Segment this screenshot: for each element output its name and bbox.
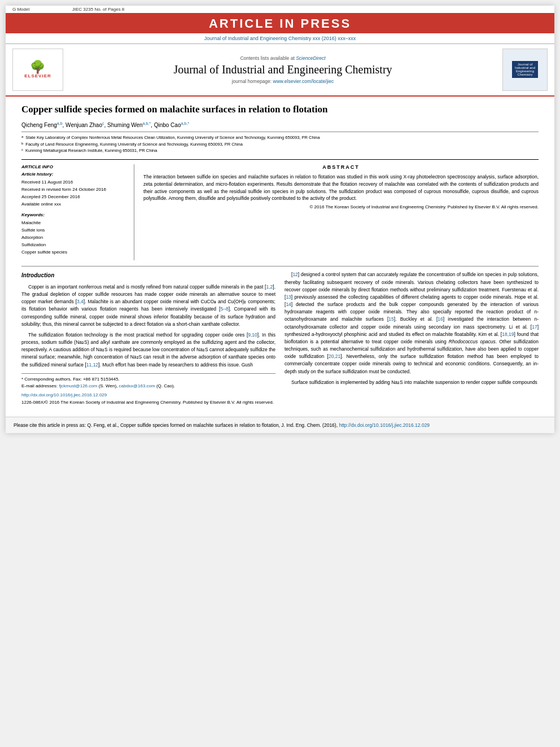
author4-sup: a,b,* <box>181 121 189 125</box>
journal-reference-line: Journal of Industrial and Engineering Ch… <box>6 33 554 44</box>
keyword-3: Adsorption <box>21 234 127 242</box>
author4-name: , Qinbo Cao <box>151 122 181 128</box>
intro-heading: Introduction <box>21 271 275 280</box>
article-history-label: Article history: <box>21 172 127 177</box>
journal-header: 🌳 ELSEVIER Contents lists available at S… <box>6 44 554 97</box>
article-in-press-banner: ARTICLE IN PRESS <box>6 13 554 33</box>
author3-name: , Shuming Wen <box>104 122 142 128</box>
email2[interactable]: cabdxx@163.com <box>119 383 155 388</box>
iec-no-text: JIEC 3235 No. of Pages 8 <box>72 7 125 12</box>
abstract-col: ABSTRACT The interaction between sulfide… <box>143 164 539 260</box>
ref-1: 1,2 <box>266 284 273 290</box>
elsevier-text: ELSEVIER <box>24 73 51 78</box>
received-date: Received 11 August 2016 <box>21 179 127 186</box>
and-text: and <box>206 181 214 187</box>
article-info-col: ARTICLE INFO Article history: Received 1… <box>21 164 134 260</box>
keywords-label: Keywords: <box>21 212 127 217</box>
footnote-area: * Corresponding authors. Fax: +86 871 51… <box>21 373 275 390</box>
affil-c: c Kunming Metallurgical Research Institu… <box>21 147 539 154</box>
email-line: E-mail addresses: fjckmust@126.com (S. W… <box>21 383 275 390</box>
page: G Model JIEC 3235 No. of Pages 8 ARTICLE… <box>6 6 554 433</box>
ref-18: 18,19 <box>502 331 514 337</box>
gmodel-text: G Model <box>12 7 29 12</box>
tree-icon: 🌳 <box>30 61 45 73</box>
corresponding-note: * Corresponding authors. Fax: +86 871 51… <box>21 376 275 383</box>
ref-12: 12 <box>292 272 298 277</box>
journal-title: Journal of Industrial and Engineering Ch… <box>69 63 497 76</box>
authors-line: Qicheng Fenga,b, Wenjuan Zhaoc, Shuming … <box>21 121 539 128</box>
author3-sup: a,b,* <box>143 121 151 125</box>
article-history-content: Received 11 August 2016 Received in revi… <box>21 179 127 208</box>
email1[interactable]: fjckmust@126.com <box>59 383 97 388</box>
keyword-5: Copper sulfide species <box>21 249 127 256</box>
keyword-2: Sulfide ions <box>21 227 127 234</box>
article-content: Copper sulfide species formed on malachi… <box>6 97 554 413</box>
author1-sup: a,b <box>57 121 63 125</box>
abstract-title: ABSTRACT <box>143 164 539 170</box>
copyright-line: © 2016 The Korean Society of Industrial … <box>143 204 539 209</box>
available-date: Available online xxx <box>21 201 127 208</box>
citation-doi[interactable]: http://dx.doi.org/10.1016/j.jiec.2016.12… <box>339 422 430 428</box>
article-info-abstract: ARTICLE INFO Article history: Received 1… <box>21 159 539 260</box>
ref-17: 17 <box>532 324 537 330</box>
body-para-1: Copper is an important nonferrous metal … <box>21 283 275 328</box>
affiliations: a State Key Laboratory of Complex Nonfer… <box>21 132 539 154</box>
article-info-title: ARTICLE INFO <box>21 164 127 169</box>
body-col-right: [12] designed a control system that can … <box>285 271 539 406</box>
elsevier-logo-box: 🌳 ELSEVIER <box>12 49 63 91</box>
elsevier-logo-left: 🌳 ELSEVIER <box>12 49 63 91</box>
ref-15: 15 <box>388 316 393 322</box>
email1-name: (S. Wen), <box>99 383 118 388</box>
ref-20: 20,21 <box>329 353 340 359</box>
gmodel-line: G Model JIEC 3235 No. of Pages 8 <box>6 6 554 13</box>
issn-line: 1226-086X/© 2016 The Korean Society of I… <box>21 399 275 406</box>
sciencedirect-link[interactable]: ScienceDirect <box>296 55 325 61</box>
homepage-link[interactable]: www.elsevier.com/locate/jiec <box>273 78 334 84</box>
keywords-section: Keywords: Malachite Sulfide ions Adsorpt… <box>21 212 127 256</box>
elsevier-branding: 🌳 ELSEVIER <box>24 61 51 78</box>
them-text: them <box>185 195 196 201</box>
journal-center-info: Contents lists available at ScienceDirec… <box>69 55 497 84</box>
citation-text: Please cite this article in press as: Q.… <box>14 422 338 428</box>
right-logo-inner: Journal ofIndustrial andEngineeringChemi… <box>512 61 538 78</box>
ref-2: 3,4 <box>77 299 84 304</box>
journal-logo-right: Journal ofIndustrial andEngineeringChemi… <box>502 49 548 91</box>
right-logo-box: Journal ofIndustrial andEngineeringChemi… <box>502 49 548 91</box>
contents-line: Contents lists available at ScienceDirec… <box>69 55 497 61</box>
body-para-2: The sulfidization flotation technology i… <box>21 331 275 369</box>
keyword-4: Sulfidization <box>21 242 127 249</box>
citation-bar: Please cite this article in press as: Q.… <box>6 417 554 434</box>
revised-date: Received in revised form 24 October 2016 <box>21 186 127 194</box>
author1-name: Qicheng Feng <box>21 122 57 128</box>
ref-3: 5–8 <box>220 306 228 312</box>
italic-species: Rhodococcus opacus <box>449 339 496 344</box>
ref-5: 11,12 <box>86 362 98 368</box>
ref-4: 9,10 <box>248 332 257 338</box>
ref-13: 13 <box>286 294 291 300</box>
email2-name: (Q. Cao). <box>156 383 175 388</box>
affil-a: a State Key Laboratory of Complex Nonfer… <box>21 134 539 141</box>
journal-homepage: journal homepage: www.elsevier.com/locat… <box>69 78 497 84</box>
abstract-text: The interaction between sulfide ion spec… <box>143 173 539 202</box>
accepted-date: Accepted 25 December 2016 <box>21 194 127 201</box>
article-title: Copper sulfide species formed on malachi… <box>21 103 539 116</box>
body-columns: Introduction Copper is an important nonf… <box>21 266 539 406</box>
body-para-4: Surface sulfidization is implemented by … <box>285 379 539 386</box>
email-label: E-mail addresses: <box>21 383 58 388</box>
author2-name: , Wenjuan Zhao <box>63 122 102 128</box>
doi-line[interactable]: http://dx.doi.org/10.1016/j.jiec.2016.12… <box>21 392 275 399</box>
body-col-left: Introduction Copper is an important nonf… <box>21 271 275 406</box>
affil-b: b Faculty of Land Resource Engineering, … <box>21 141 539 147</box>
body-para-3: [12] designed a control system that can … <box>285 271 539 375</box>
keywords-list: Malachite Sulfide ions Adsorption Sulfid… <box>21 220 127 256</box>
keyword-1: Malachite <box>21 220 127 227</box>
ref-16: 16 <box>438 316 443 322</box>
ref-14: 14 <box>286 302 291 307</box>
